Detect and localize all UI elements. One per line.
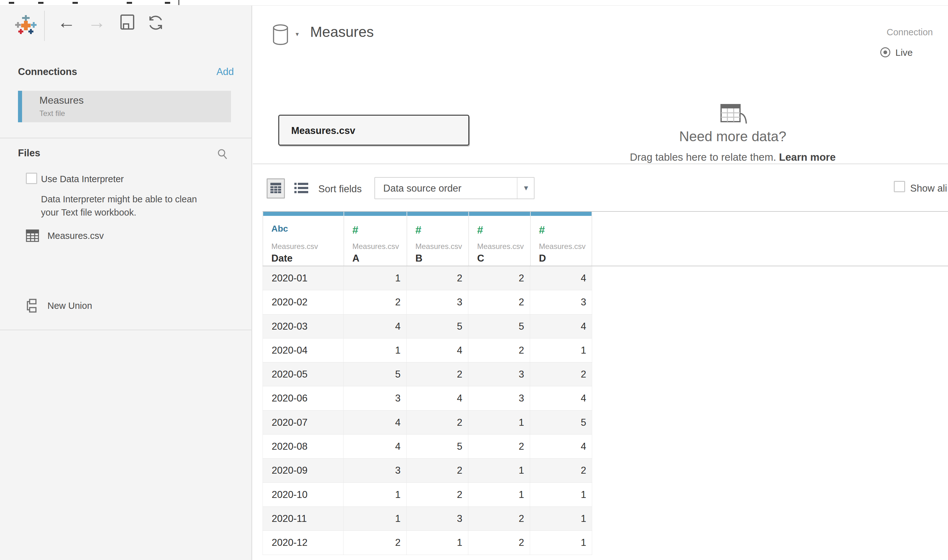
table-row: 2020-111321 (263, 507, 592, 531)
list-view-toggle[interactable] (294, 182, 308, 195)
value-cell: 4 (343, 411, 406, 434)
canvas-table-chip[interactable]: Measures.csv (278, 115, 469, 146)
column-source: Measures.csv (352, 242, 399, 251)
number-type-icon: # (477, 224, 483, 236)
value-cell: 1 (406, 531, 468, 554)
value-cell: 4 (406, 338, 468, 362)
refresh-button[interactable] (147, 14, 165, 32)
sort-order-dropdown[interactable]: Data source order ▼ (374, 177, 534, 199)
value-cell: 2 (530, 362, 592, 386)
value-cell: 1 (530, 507, 592, 530)
value-cell: 4 (530, 435, 592, 458)
table-grid-icon (26, 229, 39, 242)
table-row: 2020-063434 (263, 386, 592, 410)
date-cell: 2020-02 (263, 290, 343, 314)
value-cell: 3 (468, 362, 530, 386)
date-cell: 2020-06 (263, 386, 343, 410)
forward-button[interactable]: → (88, 11, 106, 32)
date-cell: 2020-04 (263, 338, 343, 362)
value-cell: 3 (406, 290, 468, 314)
value-cell: 2 (406, 411, 468, 434)
number-type-icon: # (539, 224, 545, 236)
sort-fields-label: Sort fields (318, 183, 362, 195)
column-header-date[interactable]: AbcMeasures.csvDate (263, 212, 343, 266)
value-cell: 4 (530, 386, 592, 410)
date-cell: 2020-01 (263, 266, 343, 290)
column-header-d[interactable]: #Measures.csvD (530, 212, 592, 266)
table-row: 2020-022323 (263, 290, 592, 314)
file-item-label: Measures.csv (47, 231, 104, 241)
value-cell: 4 (530, 314, 592, 338)
column-source: Measures.csv (539, 242, 586, 251)
connection-item-measures[interactable]: Measures Text file (18, 91, 231, 122)
grid-header-row: AbcMeasures.csvDate#Measures.csvA#Measur… (263, 212, 592, 266)
value-cell: 2 (406, 362, 468, 386)
db-dropdown-caret-icon[interactable]: ▾ (295, 30, 299, 38)
cropped-text-mark (127, 2, 132, 4)
value-cell: 2 (406, 266, 468, 290)
column-source: Measures.csv (271, 242, 318, 251)
connection-section-label: Connection (819, 27, 933, 37)
new-union-item[interactable]: New Union (26, 299, 92, 312)
value-cell: 2 (343, 531, 406, 554)
value-cell: 3 (468, 386, 530, 410)
column-header-a[interactable]: #Measures.csvA (343, 212, 406, 266)
datasource-db-icon[interactable] (272, 24, 291, 46)
use-data-interpreter-checkbox[interactable] (26, 173, 37, 184)
cropped-text-mark (38, 2, 43, 4)
column-name: Date (271, 253, 292, 264)
text-type-icon: Abc (271, 224, 288, 234)
search-icon[interactable] (216, 148, 229, 161)
table-row: 2020-101211 (263, 483, 592, 507)
live-radio-button[interactable] (880, 47, 890, 57)
value-cell: 2 (406, 483, 468, 506)
value-cell: 1 (530, 338, 592, 362)
need-more-data-title: Need more data? (600, 129, 865, 144)
date-cell: 2020-03 (263, 314, 343, 338)
number-type-icon: # (416, 224, 422, 236)
value-cell: 2 (468, 266, 530, 290)
value-cell: 4 (343, 314, 406, 338)
sort-order-value: Data source order (383, 183, 462, 194)
table-row: 2020-084524 (263, 435, 592, 458)
date-cell: 2020-07 (263, 411, 343, 434)
learn-more-link[interactable]: Learn more (779, 151, 836, 163)
divider (0, 330, 252, 330)
table-row: 2020-041421 (263, 338, 592, 362)
value-cell: 2 (468, 290, 530, 314)
grid-view-toggle[interactable] (266, 178, 285, 198)
column-accent-bar (531, 212, 591, 216)
file-item-measures-csv[interactable]: Measures.csv (26, 229, 104, 242)
value-cell: 5 (343, 362, 406, 386)
logo-crosses (15, 15, 37, 34)
value-cell: 3 (343, 458, 406, 482)
column-header-b[interactable]: #Measures.csvB (406, 212, 468, 266)
use-data-interpreter-label: Use Data Interpreter (41, 174, 124, 185)
column-name: C (477, 253, 484, 264)
value-cell: 3 (406, 507, 468, 530)
value-cell: 1 (468, 458, 530, 482)
selected-accent-bar (18, 91, 22, 122)
column-accent-bar (344, 212, 406, 216)
save-button[interactable] (119, 14, 135, 30)
interpreter-hint-line2: your Text file workbook. (41, 208, 137, 218)
live-radio-label: Live (896, 47, 913, 58)
cropped-text-mark (9, 2, 14, 4)
need-more-data-hint: Drag tables here to relate them. Learn m… (600, 151, 865, 163)
table-row: 2020-011224 (263, 266, 592, 290)
date-cell: 2020-10 (263, 483, 343, 506)
column-accent-bar (469, 212, 530, 216)
show-aliases-checkbox[interactable] (894, 181, 905, 192)
value-cell: 5 (530, 411, 592, 434)
value-cell: 2 (468, 507, 530, 530)
tableau-logo[interactable] (14, 12, 37, 35)
add-connection-link[interactable]: Add (0, 66, 234, 77)
radio-dot (883, 51, 887, 54)
datasource-title: Measures (310, 23, 374, 40)
back-button[interactable]: ← (57, 11, 75, 32)
column-header-c[interactable]: #Measures.csvC (468, 212, 530, 266)
files-header: Files (18, 148, 40, 159)
column-accent-bar (407, 212, 468, 216)
value-cell: 3 (343, 386, 406, 410)
value-cell: 2 (343, 290, 406, 314)
